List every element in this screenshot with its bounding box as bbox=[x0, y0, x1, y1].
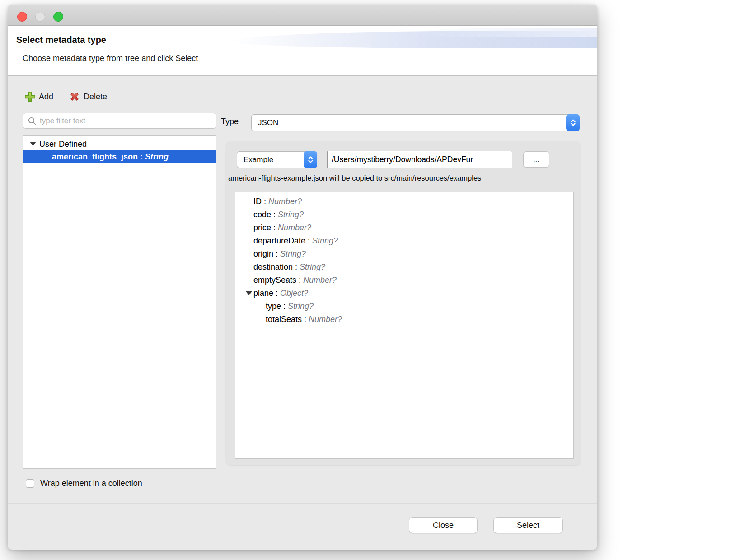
field-type: String? bbox=[280, 249, 306, 259]
field-name: price bbox=[253, 223, 271, 233]
field-name: plane bbox=[253, 289, 273, 298]
collapse-triangle-icon[interactable] bbox=[246, 291, 252, 295]
select-button[interactable]: Select bbox=[493, 517, 563, 533]
field-type: Number? bbox=[303, 275, 337, 285]
dialog-subtitle: Choose metadata type from tree and click… bbox=[23, 54, 198, 63]
add-button[interactable]: Add bbox=[24, 90, 53, 103]
example-group-panel: Example ... american-flights-example.jso… bbox=[226, 141, 581, 465]
schema-field-row[interactable]: type:String? bbox=[235, 300, 573, 313]
dropdown-stepper-icon bbox=[304, 151, 317, 168]
schema-field-row[interactable]: code:String? bbox=[235, 208, 573, 221]
schema-field-row[interactable]: ID:Number? bbox=[235, 195, 573, 208]
field-separator: : bbox=[305, 236, 312, 246]
field-separator: : bbox=[273, 289, 280, 298]
footer-separator bbox=[8, 503, 597, 504]
field-type: Number? bbox=[309, 315, 342, 324]
field-name: ID bbox=[253, 197, 262, 206]
field-type: Number? bbox=[268, 197, 302, 206]
source-kind-value: Example bbox=[244, 155, 273, 164]
tree-item-name: american_flights_json bbox=[52, 152, 138, 162]
field-separator: : bbox=[296, 275, 303, 285]
wrap-collection-label[interactable]: Wrap element in a collection bbox=[40, 479, 142, 488]
field-name: departureDate bbox=[253, 236, 305, 246]
close-window-button[interactable] bbox=[17, 12, 27, 22]
delete-button-label: Delete bbox=[84, 92, 107, 102]
field-separator: : bbox=[271, 223, 278, 233]
schema-field-row[interactable]: origin:String? bbox=[235, 247, 573, 261]
field-name: code bbox=[253, 210, 271, 219]
field-type: String? bbox=[288, 302, 314, 311]
field-separator: : bbox=[262, 197, 268, 206]
type-label: Type bbox=[221, 117, 239, 126]
field-separator: : bbox=[302, 315, 309, 324]
schema-preview-tree: ID:Number? code:String? price:Number? de… bbox=[235, 192, 574, 459]
delete-button[interactable]: Delete bbox=[68, 90, 107, 103]
dialog-header: Select metadata type Choose metadata typ… bbox=[8, 26, 597, 76]
schema-field-row[interactable]: destination:String? bbox=[235, 261, 573, 274]
field-separator: : bbox=[271, 210, 278, 219]
browse-button[interactable]: ... bbox=[523, 151, 549, 168]
wrap-collection-option: Wrap element in a collection bbox=[26, 479, 142, 488]
field-type: Object? bbox=[280, 289, 308, 298]
field-separator: : bbox=[273, 249, 280, 259]
dialog-title: Select metadata type bbox=[16, 35, 106, 45]
metadata-type-tree: User Defined american_flights_json:Strin… bbox=[23, 135, 216, 469]
field-name: destination bbox=[253, 262, 293, 272]
filter-input[interactable] bbox=[40, 117, 211, 126]
type-dropdown-value: JSON bbox=[258, 118, 278, 127]
copy-destination-note: american-flights-example.json will be co… bbox=[228, 174, 481, 182]
plus-icon bbox=[24, 91, 36, 103]
schema-field-row[interactable]: totalSeats:Number? bbox=[235, 313, 573, 326]
field-name: emptySeats bbox=[253, 275, 296, 285]
field-name: origin bbox=[253, 249, 273, 259]
header-swoosh-decoration bbox=[408, 28, 597, 37]
filter-field-container bbox=[23, 113, 216, 129]
example-path-input[interactable] bbox=[327, 151, 512, 168]
field-separator: : bbox=[293, 262, 300, 272]
schema-field-row[interactable]: emptySeats:Number? bbox=[235, 274, 573, 287]
close-button[interactable]: Close bbox=[409, 517, 478, 533]
field-type: String? bbox=[300, 262, 325, 272]
field-type: String? bbox=[278, 210, 304, 219]
wrap-collection-checkbox[interactable] bbox=[26, 479, 34, 488]
tree-item-selected[interactable]: american_flights_json:String bbox=[23, 150, 216, 163]
source-kind-dropdown[interactable]: Example bbox=[237, 151, 317, 168]
field-type: String? bbox=[312, 236, 338, 246]
tree-item-type: String bbox=[145, 152, 169, 162]
collapse-triangle-icon[interactable] bbox=[30, 142, 36, 146]
tree-root-label: User Defined bbox=[39, 140, 87, 149]
field-name: totalSeats bbox=[266, 315, 302, 324]
type-dropdown[interactable]: JSON bbox=[251, 114, 580, 131]
add-button-label: Add bbox=[39, 92, 53, 102]
select-metadata-type-dialog: Select metadata type Choose metadata typ… bbox=[8, 5, 597, 550]
schema-field-row[interactable]: departureDate:String? bbox=[235, 234, 573, 247]
search-icon bbox=[28, 117, 37, 126]
dropdown-stepper-icon bbox=[566, 114, 580, 131]
schema-field-row-plane[interactable]: plane:Object? bbox=[235, 287, 573, 300]
field-type: Number? bbox=[278, 223, 311, 233]
zoom-window-button[interactable] bbox=[53, 12, 63, 22]
minimize-window-button[interactable] bbox=[35, 12, 45, 22]
schema-field-row[interactable]: price:Number? bbox=[235, 221, 573, 234]
delete-x-icon bbox=[68, 90, 81, 103]
tree-item-user-defined[interactable]: User Defined bbox=[23, 138, 216, 150]
tree-item-separator: : bbox=[138, 152, 145, 162]
field-separator: : bbox=[281, 302, 288, 311]
window-titlebar[interactable] bbox=[8, 5, 597, 26]
field-name: type bbox=[266, 302, 281, 311]
